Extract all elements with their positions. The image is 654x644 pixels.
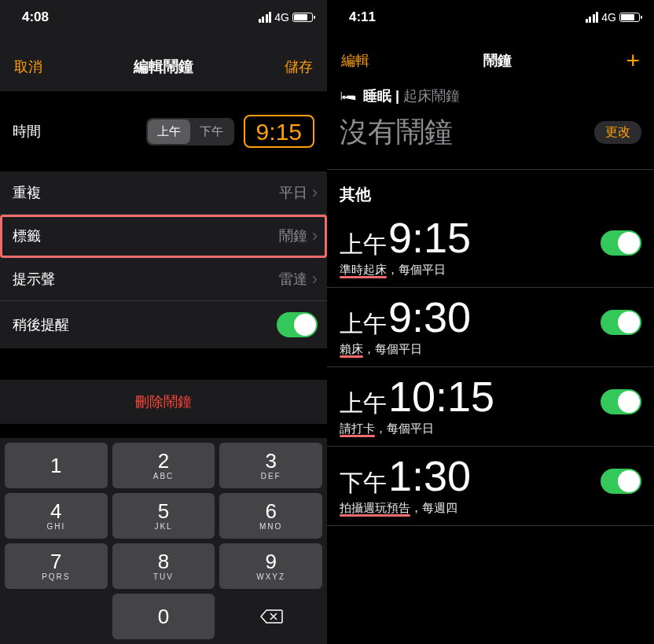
alarm-time: 9:30	[388, 296, 471, 338]
ampm-segmented[interactable]: 上午 下午	[146, 118, 234, 145]
alarm-toggle[interactable]	[601, 389, 641, 414]
sleep-alarm-row: 沒有鬧鐘 更改	[327, 107, 654, 170]
alarm-time: 1:30	[388, 454, 471, 497]
chevron-right-icon: ›	[312, 182, 318, 203]
time-field[interactable]: 9:15	[244, 115, 314, 148]
alarm-ampm: 上午	[340, 388, 387, 420]
sleep-header-main: 睡眠	[363, 88, 391, 104]
alarm-time: 9:15	[388, 216, 471, 259]
key-3[interactable]: 3DEF	[219, 443, 322, 488]
row-label-value: 鬧鐘	[279, 226, 307, 245]
status-time: 4:11	[349, 9, 376, 25]
alarm-row[interactable]: 上午 9:15 準時起床，每個平日	[327, 208, 654, 288]
alarm-repeat: ，每個平日	[375, 421, 434, 435]
snooze-toggle[interactable]	[277, 312, 318, 337]
no-alarm-text: 沒有鬧鐘	[340, 113, 453, 152]
alarm-subtitle: 準時起床，每個平日	[340, 263, 471, 278]
key-2[interactable]: 2ABC	[112, 443, 215, 488]
alarm-toggle[interactable]	[601, 310, 641, 335]
alarm-subtitle: 賴床，每個平日	[340, 342, 471, 357]
row-repeat-value: 平日	[279, 183, 307, 202]
alarm-label: 請打卡	[340, 421, 375, 435]
segment-pm[interactable]: 下午	[190, 120, 233, 144]
status-right: 4G	[586, 11, 640, 24]
row-repeat-label: 重複	[13, 183, 41, 202]
alarm-toggle[interactable]	[601, 469, 641, 494]
battery-icon	[292, 13, 313, 22]
signal-icon	[586, 12, 599, 23]
alarm-toggle[interactable]	[601, 230, 641, 256]
alarm-ampm: 上午	[340, 308, 387, 340]
key-7[interactable]: 7PQRS	[5, 543, 108, 589]
alarm-subtitle: 請打卡，每個平日	[340, 421, 494, 436]
key-blank	[5, 594, 108, 639]
alarm-label: 拍攝週玩預告	[340, 501, 410, 514]
alarm-repeat: ，每週四	[410, 501, 457, 514]
nav-title: 鬧鐘	[483, 51, 512, 70]
alarm-list-screen: 4:11 4G 編輯 鬧鐘 + 睡眠 | 起床鬧鐘 沒有鬧鐘 更改 其他 上午 …	[327, 0, 654, 644]
key-backspace[interactable]	[219, 594, 322, 639]
edit-alarm-screen: 4:08 4G 取消 編輯鬧鐘 儲存 時間 上午 下午 9:15 重複 平日 ›…	[0, 0, 327, 644]
cancel-button[interactable]: 取消	[14, 57, 42, 76]
alarm-subtitle: 拍攝週玩預告，每週四	[340, 501, 471, 516]
backspace-icon	[259, 609, 283, 624]
status-time: 4:08	[22, 9, 49, 25]
nav-bar: 取消 編輯鬧鐘 儲存	[0, 35, 327, 91]
network-label: 4G	[274, 11, 289, 24]
row-label-label: 標籤	[13, 226, 41, 245]
chevron-right-icon: ›	[312, 269, 318, 289]
sleep-header-sep: |	[391, 88, 403, 104]
status-bar: 4:08 4G	[0, 0, 327, 35]
alarm-time: 10:15	[388, 375, 494, 418]
nav-bar: 編輯 鬧鐘 +	[327, 35, 654, 80]
row-sound-label: 提示聲	[13, 270, 55, 289]
other-section-header: 其他	[327, 170, 654, 208]
spacer	[0, 424, 327, 438]
network-label: 4G	[601, 11, 616, 24]
key-9[interactable]: 9WXYZ	[219, 543, 322, 589]
sleep-section-header: 睡眠 | 起床鬧鐘	[327, 80, 654, 107]
row-label[interactable]: 標籤 鬧鐘 ›	[0, 215, 327, 258]
row-sound[interactable]: 提示聲 雷達 ›	[0, 258, 327, 301]
alarm-ampm: 上午	[340, 229, 387, 261]
alarm-row[interactable]: 下午 1:30 拍攝週玩預告，每週四	[327, 447, 654, 526]
alarm-row[interactable]: 上午 10:15 請打卡，每個平日	[327, 367, 654, 447]
status-right: 4G	[259, 11, 313, 24]
delete-alarm-button[interactable]: 刪除鬧鐘	[0, 380, 327, 424]
key-6[interactable]: 6MNO	[219, 493, 322, 539]
row-snooze-label: 稍後提醒	[13, 315, 69, 334]
row-snooze: 稍後提醒	[0, 301, 327, 348]
chevron-right-icon: ›	[312, 226, 318, 246]
row-repeat[interactable]: 重複 平日 ›	[0, 171, 327, 215]
key-1[interactable]: 1	[5, 443, 108, 488]
time-label: 時間	[13, 122, 41, 141]
save-button[interactable]: 儲存	[285, 57, 313, 76]
sleep-header-sub: 起床鬧鐘	[403, 88, 460, 104]
key-8[interactable]: 8TUV	[112, 543, 215, 589]
time-row: 時間 上午 下午 9:15	[0, 91, 327, 171]
status-bar: 4:11 4G	[327, 0, 654, 35]
nav-title: 編輯鬧鐘	[134, 57, 193, 77]
alarm-row[interactable]: 上午 9:30 賴床，每個平日	[327, 288, 654, 367]
alarm-ampm: 下午	[340, 467, 387, 499]
change-button[interactable]: 更改	[594, 121, 641, 144]
number-keypad: 1 2ABC 3DEF 4GHI 5JKL 6MNO 7PQRS 8TUV 9W…	[0, 438, 327, 644]
edit-button[interactable]: 編輯	[341, 51, 369, 70]
segment-am[interactable]: 上午	[148, 120, 190, 144]
spacer	[0, 348, 327, 380]
add-alarm-button[interactable]: +	[626, 47, 640, 74]
alarm-repeat: ，每個平日	[363, 342, 422, 355]
bed-icon	[340, 90, 357, 101]
key-0[interactable]: 0	[112, 594, 215, 639]
alarm-label: 準時起床	[340, 263, 387, 276]
key-5[interactable]: 5JKL	[112, 493, 215, 539]
key-4[interactable]: 4GHI	[5, 493, 108, 539]
settings-list: 重複 平日 › 標籤 鬧鐘 › 提示聲 雷達 › 稍後提醒	[0, 171, 327, 348]
alarm-label: 賴床	[340, 342, 363, 355]
row-sound-value: 雷達	[279, 270, 307, 289]
alarm-repeat: ，每個平日	[387, 263, 446, 276]
battery-icon	[619, 13, 640, 22]
signal-icon	[259, 12, 272, 23]
